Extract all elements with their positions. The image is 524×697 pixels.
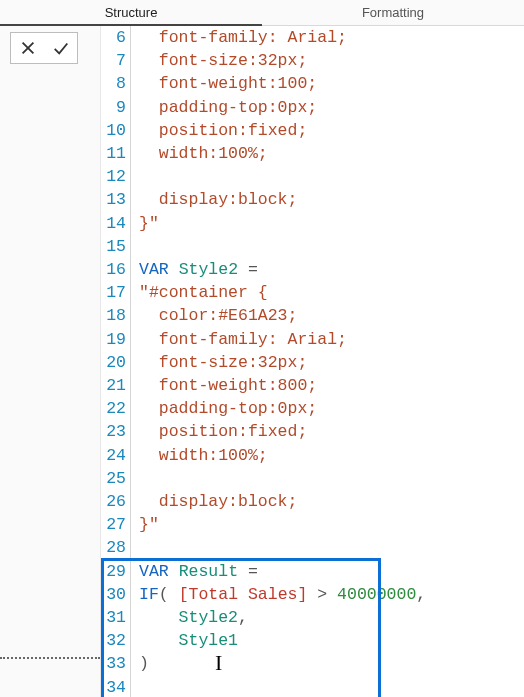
- line-number: 21: [101, 374, 131, 397]
- code-line[interactable]: 14}": [101, 212, 524, 235]
- commit-cancel-box: [10, 32, 78, 64]
- code-line[interactable]: 31 Style2,: [101, 606, 524, 629]
- check-icon[interactable]: [49, 36, 73, 60]
- line-number: 16: [101, 258, 131, 281]
- code-content[interactable]: position:fixed;: [131, 119, 524, 142]
- line-number: 30: [101, 583, 131, 606]
- code-content[interactable]: VAR Result =: [131, 560, 524, 583]
- code-content[interactable]: font-weight:800;: [131, 374, 524, 397]
- code-content[interactable]: padding-top:0px;: [131, 96, 524, 119]
- code-content[interactable]: [131, 536, 524, 559]
- code-line[interactable]: 25: [101, 467, 524, 490]
- line-number: 28: [101, 536, 131, 559]
- code-line[interactable]: 20 font-size:32px;: [101, 351, 524, 374]
- code-line[interactable]: 34: [101, 676, 524, 697]
- code-line[interactable]: 16VAR Style2 =: [101, 258, 524, 281]
- code-line[interactable]: 13 display:block;: [101, 188, 524, 211]
- line-number: 27: [101, 513, 131, 536]
- code-content[interactable]: [131, 165, 524, 188]
- line-number: 10: [101, 119, 131, 142]
- code-content[interactable]: Style1: [131, 629, 524, 652]
- code-line[interactable]: 33): [101, 652, 524, 675]
- code-content[interactable]: position:fixed;: [131, 420, 524, 443]
- code-content[interactable]: font-size:32px;: [131, 49, 524, 72]
- line-number: 31: [101, 606, 131, 629]
- code-content[interactable]: display:block;: [131, 490, 524, 513]
- code-content[interactable]: VAR Style2 =: [131, 258, 524, 281]
- code-content[interactable]: IF( [Total Sales] > 40000000,: [131, 583, 524, 606]
- line-number: 11: [101, 142, 131, 165]
- code-line[interactable]: 28: [101, 536, 524, 559]
- line-number: 9: [101, 96, 131, 119]
- close-icon[interactable]: [16, 36, 40, 60]
- code-line[interactable]: 26 display:block;: [101, 490, 524, 513]
- line-number: 23: [101, 420, 131, 443]
- code-line[interactable]: 27}": [101, 513, 524, 536]
- dotted-separator: [0, 657, 100, 659]
- line-number: 14: [101, 212, 131, 235]
- tab-structure[interactable]: Structure: [0, 0, 262, 26]
- code-content[interactable]: Style2,: [131, 606, 524, 629]
- dax-editor-root: Structure Formatting 6 font-family: Aria…: [0, 0, 524, 697]
- code-line[interactable]: 8 font-weight:100;: [101, 72, 524, 95]
- line-number: 20: [101, 351, 131, 374]
- code-line[interactable]: 30IF( [Total Sales] > 40000000,: [101, 583, 524, 606]
- line-number: 32: [101, 629, 131, 652]
- code-line[interactable]: 19 font-family: Arial;: [101, 328, 524, 351]
- tab-formatting[interactable]: Formatting: [262, 0, 524, 26]
- line-number: 24: [101, 444, 131, 467]
- left-column: [0, 26, 100, 697]
- line-number: 12: [101, 165, 131, 188]
- code-content[interactable]: [131, 676, 524, 697]
- code-content[interactable]: [131, 467, 524, 490]
- code-content[interactable]: "#container {: [131, 281, 524, 304]
- line-number: 8: [101, 72, 131, 95]
- line-number: 18: [101, 304, 131, 327]
- line-number: 6: [101, 26, 131, 49]
- code-content[interactable]: width:100%;: [131, 444, 524, 467]
- code-line[interactable]: 17"#container {: [101, 281, 524, 304]
- code-content[interactable]: display:block;: [131, 188, 524, 211]
- line-number: 19: [101, 328, 131, 351]
- code-line[interactable]: 21 font-weight:800;: [101, 374, 524, 397]
- code-line[interactable]: 15: [101, 235, 524, 258]
- code-content[interactable]: font-family: Arial;: [131, 26, 524, 49]
- code-line[interactable]: 18 color:#E61A23;: [101, 304, 524, 327]
- code-content[interactable]: [131, 235, 524, 258]
- code-line[interactable]: 24 width:100%;: [101, 444, 524, 467]
- code-editor[interactable]: 6 font-family: Arial;7 font-size:32px;8 …: [100, 26, 524, 697]
- code-content[interactable]: padding-top:0px;: [131, 397, 524, 420]
- code-line[interactable]: 32 Style1: [101, 629, 524, 652]
- code-content[interactable]: font-family: Arial;: [131, 328, 524, 351]
- line-number: 13: [101, 188, 131, 211]
- line-number: 15: [101, 235, 131, 258]
- code-content[interactable]: }": [131, 212, 524, 235]
- line-number: 22: [101, 397, 131, 420]
- line-number: 7: [101, 49, 131, 72]
- code-content[interactable]: ): [131, 652, 524, 675]
- editor-body: 6 font-family: Arial;7 font-size:32px;8 …: [0, 26, 524, 697]
- code-line[interactable]: 11 width:100%;: [101, 142, 524, 165]
- line-number: 17: [101, 281, 131, 304]
- code-content[interactable]: }": [131, 513, 524, 536]
- code-line[interactable]: 12: [101, 165, 524, 188]
- line-number: 26: [101, 490, 131, 513]
- line-number: 33: [101, 652, 131, 675]
- line-number: 34: [101, 676, 131, 697]
- code-line[interactable]: 7 font-size:32px;: [101, 49, 524, 72]
- line-number: 25: [101, 467, 131, 490]
- code-line[interactable]: 10 position:fixed;: [101, 119, 524, 142]
- code-line[interactable]: 22 padding-top:0px;: [101, 397, 524, 420]
- code-line[interactable]: 29VAR Result =: [101, 560, 524, 583]
- line-number: 29: [101, 560, 131, 583]
- code-line[interactable]: 6 font-family: Arial;: [101, 26, 524, 49]
- code-content[interactable]: color:#E61A23;: [131, 304, 524, 327]
- code-line[interactable]: 23 position:fixed;: [101, 420, 524, 443]
- code-content[interactable]: font-weight:100;: [131, 72, 524, 95]
- tab-bar: Structure Formatting: [0, 0, 524, 26]
- code-content[interactable]: font-size:32px;: [131, 351, 524, 374]
- code-content[interactable]: width:100%;: [131, 142, 524, 165]
- code-line[interactable]: 9 padding-top:0px;: [101, 96, 524, 119]
